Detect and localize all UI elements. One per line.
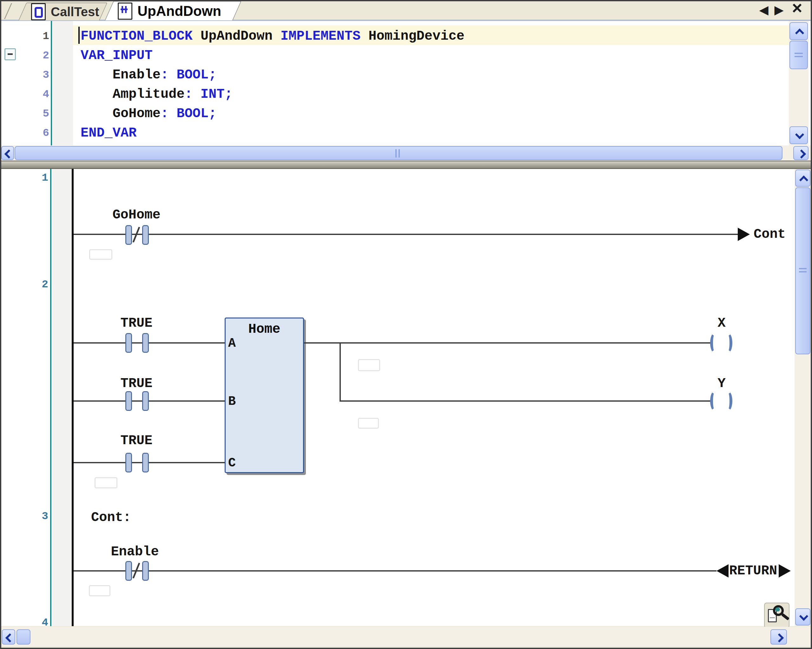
editor-scroll-down-button[interactable]: [789, 126, 808, 144]
code-line-3[interactable]: Enable: BOOL;: [81, 66, 217, 84]
operand-placeholder-box[interactable]: [95, 477, 118, 488]
gutter-strip: [52, 21, 73, 145]
tab-upanddown[interactable]: UpAndDown: [105, 1, 241, 20]
contact-operand-label[interactable]: GoHome: [112, 208, 160, 222]
ladder-vscroll-thumb[interactable]: [795, 187, 810, 354]
jump-target-label[interactable]: Cont: [754, 227, 786, 241]
ladder-hscroll-thumb[interactable]: [17, 629, 31, 644]
rung-number: 1: [32, 172, 48, 184]
tab-label: UpAndDown: [137, 3, 221, 19]
code-line-5[interactable]: GoHome: BOOL;: [81, 104, 217, 123]
power-rail: [72, 169, 73, 626]
code-line-2[interactable]: VAR_INPUT: [81, 46, 153, 65]
rung2-output-wire-x: [304, 342, 711, 344]
block-input-pin[interactable]: C: [228, 456, 236, 470]
block-input-pin[interactable]: B: [228, 394, 236, 409]
negated-contact[interactable]: [142, 561, 149, 581]
rung-jump-label[interactable]: Cont:: [91, 511, 131, 525]
code-fold-toggle[interactable]: [5, 48, 16, 60]
code-line-4[interactable]: Amplitude: INT;: [81, 85, 233, 104]
thumb-grip: [795, 56, 803, 57]
thumb-grip: [398, 149, 400, 158]
ladder-scroll-right-button[interactable]: [771, 629, 787, 644]
rung-number: 3: [32, 510, 48, 522]
code-line-1[interactable]: FUNCTION_BLOCK UpAndDown IMPLEMENTS Homi…: [81, 27, 464, 46]
return-left-arrow-icon: [716, 564, 728, 577]
function-block-home[interactable]: Home A B C: [225, 317, 304, 473]
coil-right-paren-icon[interactable]: [724, 391, 733, 411]
rung2-wire-b: [73, 400, 225, 402]
chevron-up-icon: [795, 29, 804, 37]
rung2-wire-a: [73, 342, 225, 344]
line-number: 2: [33, 46, 49, 65]
contact-operand-label[interactable]: TRUE: [121, 434, 153, 448]
plc-editor-window: CallTest UpAndDown ◀ ▶ × 1 2 3 4 5 6 FUN…: [0, 0, 812, 649]
chevron-up-icon: [799, 176, 808, 184]
collapse-minus-icon: [8, 54, 13, 55]
editor-vscroll-thumb[interactable]: [789, 41, 808, 69]
tab-edge-decoration: [4, 3, 12, 19]
zoom-tool-button[interactable]: [764, 603, 789, 628]
operand-placeholder-box[interactable]: [89, 585, 110, 596]
block-input-pin[interactable]: A: [228, 336, 236, 351]
coil-operand-label[interactable]: Y: [717, 377, 725, 390]
operand-placeholder-box[interactable]: [358, 418, 379, 429]
code-line-6[interactable]: END_VAR: [81, 124, 136, 142]
text-caret: [78, 27, 79, 44]
rung-number: 2: [32, 279, 48, 291]
chevron-left-icon: [5, 634, 14, 642]
chevron-down-icon: [795, 130, 804, 139]
ladder-scroll-up-button[interactable]: [795, 170, 810, 187]
contact[interactable]: [142, 453, 149, 473]
line-number: 4: [33, 85, 49, 104]
contact[interactable]: [125, 453, 132, 473]
contact-operand-label[interactable]: TRUE: [121, 316, 153, 330]
rung2-output-wire-y: [339, 400, 711, 402]
function-block-title: Home: [226, 321, 303, 337]
ladder-pou-document-icon: [118, 3, 132, 20]
chevron-left-icon: [5, 150, 13, 158]
contact[interactable]: [125, 333, 132, 353]
operand-placeholder-box[interactable]: [358, 359, 380, 371]
editor-scroll-right-button[interactable]: [793, 146, 809, 160]
coil-left-paren-icon[interactable]: [710, 391, 718, 411]
line-number: 5: [33, 104, 49, 123]
close-icon[interactable]: ×: [789, 1, 805, 15]
tab-calltest[interactable]: CallTest: [18, 3, 108, 20]
chevron-down-icon: [799, 612, 808, 621]
contact-operand-label[interactable]: TRUE: [121, 377, 153, 390]
negated-contact[interactable]: [125, 561, 132, 581]
coil-right-paren-icon[interactable]: [724, 333, 733, 353]
return-right-arrow-icon: [779, 564, 791, 577]
return-label[interactable]: RETURN: [729, 564, 777, 578]
tab-scroll-right-button[interactable]: ▶: [772, 3, 786, 17]
contact[interactable]: [125, 391, 132, 411]
negated-contact[interactable]: [125, 225, 132, 245]
contact[interactable]: [142, 391, 149, 411]
coil-left-paren-icon[interactable]: [710, 333, 718, 353]
editor-scroll-up-button[interactable]: [789, 22, 808, 40]
ladder-scroll-left-button[interactable]: [2, 629, 15, 644]
contact[interactable]: [142, 333, 149, 353]
chevron-right-icon: [775, 634, 784, 642]
thumb-grip: [795, 53, 803, 54]
contact-operand-label[interactable]: Enable: [111, 545, 159, 559]
pou-document-icon: [31, 3, 46, 20]
coil-operand-label[interactable]: X: [717, 316, 725, 330]
editor-hscroll-thumb[interactable]: [15, 146, 783, 160]
ladder-scroll-down-button[interactable]: [795, 608, 810, 626]
thumb-grip: [799, 271, 807, 272]
operand-placeholder-box[interactable]: [89, 249, 112, 260]
jump-arrow-icon[interactable]: [738, 228, 750, 241]
tab-scroll-left-button[interactable]: ◀: [757, 3, 771, 17]
line-number: 3: [33, 66, 49, 84]
pane-splitter[interactable]: [0, 161, 812, 169]
thumb-grip: [395, 149, 397, 158]
tab-label: CallTest: [51, 5, 99, 19]
ladder-margin-strip: [51, 169, 72, 626]
line-number: 6: [33, 124, 49, 142]
editor-scroll-left-button[interactable]: [1, 146, 14, 160]
negated-contact[interactable]: [142, 225, 149, 245]
ladder-hscroll-track[interactable]: [1, 627, 811, 646]
rung3-wire: [73, 570, 716, 571]
